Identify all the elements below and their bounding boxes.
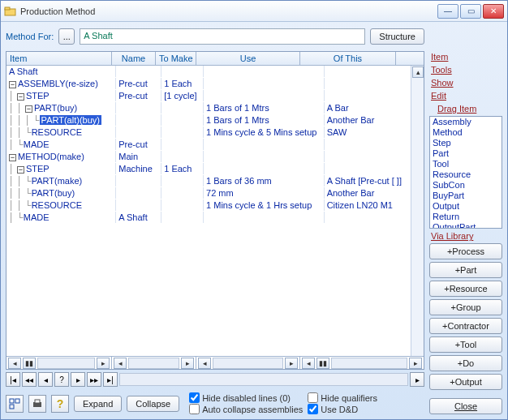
right-panel: Item Tools Show Edit Drag Item AssemblyM… bbox=[429, 51, 502, 414]
table-row[interactable]: │ └MADEPre-cut bbox=[6, 139, 424, 151]
method-for-label: Method For: bbox=[6, 32, 54, 41]
print-icon[interactable] bbox=[28, 395, 46, 413]
col-of-this[interactable]: Of This bbox=[300, 52, 396, 65]
table-row[interactable]: │ −STEPMachine1 Each bbox=[6, 163, 424, 175]
table-row[interactable]: │ │ │ └PART(alt)(buy)1 Bars of 1 MtrsAno… bbox=[6, 114, 424, 126]
auto-collapse-checkbox[interactable]: Auto collapse assemblies bbox=[189, 404, 303, 414]
nav-prev-page[interactable]: ◂◂ bbox=[22, 372, 37, 387]
link-show[interactable]: Show bbox=[429, 77, 502, 88]
expand-toggle-icon[interactable]: − bbox=[17, 166, 24, 174]
library-button[interactable]: +Output bbox=[429, 374, 502, 390]
minimize-button[interactable]: — bbox=[437, 4, 458, 19]
window-title: Production Method bbox=[20, 6, 437, 16]
col-name[interactable]: Name bbox=[112, 52, 156, 65]
library-button[interactable]: +Group bbox=[429, 299, 502, 315]
library-button[interactable]: +Do bbox=[429, 355, 502, 371]
horizontal-scrollbars: ◂▮▮▸ ◂▸ ◂▸ ◂▮▮▸ bbox=[6, 356, 424, 369]
window: Production Method — ▭ ✕ Method For: ... … bbox=[0, 0, 508, 420]
library-button[interactable]: +Tool bbox=[429, 336, 502, 353]
table-row[interactable]: │ │ −PART(buy)1 Bars of 1 MtrsA Bar bbox=[6, 102, 424, 114]
drag-item[interactable]: Part bbox=[430, 148, 502, 159]
drag-item[interactable]: SubCon bbox=[430, 180, 502, 191]
collapse-button[interactable]: Collapse bbox=[127, 396, 179, 412]
folder-icon bbox=[4, 6, 17, 17]
method-for-value[interactable]: A Shaft bbox=[80, 28, 365, 45]
close-window-button[interactable]: ✕ bbox=[483, 4, 504, 19]
link-tools[interactable]: Tools bbox=[429, 64, 502, 75]
library-button[interactable]: +Contractor bbox=[429, 318, 502, 334]
nav-first[interactable]: |◂ bbox=[6, 372, 20, 387]
expand-toggle-icon[interactable]: − bbox=[9, 81, 16, 88]
drag-item[interactable]: Resource bbox=[430, 169, 502, 180]
maximize-button[interactable]: ▭ bbox=[460, 4, 481, 19]
scroll-left-icon[interactable]: ◂ bbox=[8, 358, 21, 369]
table-row[interactable]: −METHOD(make)Main bbox=[6, 151, 424, 163]
use-dd-checkbox[interactable]: Use D&D bbox=[308, 404, 377, 414]
col-to-make[interactable]: To Make bbox=[156, 52, 196, 65]
nav-scrollbar[interactable] bbox=[119, 373, 408, 386]
table-row[interactable]: │ │ └RESOURCE1 Mins cycle & 5 Mins setup… bbox=[6, 126, 424, 139]
drag-item[interactable]: Return bbox=[430, 212, 502, 222]
expand-toggle-icon[interactable]: − bbox=[25, 105, 32, 113]
drag-item[interactable]: OutputPart bbox=[430, 222, 502, 229]
browse-button[interactable]: ... bbox=[58, 28, 75, 45]
table-row[interactable]: │ │ └PART(make)1 Bars of 36 mmA Shaft [P… bbox=[6, 175, 424, 187]
expand-toggle-icon[interactable]: − bbox=[9, 154, 16, 161]
structure-button[interactable]: Structure bbox=[370, 28, 424, 45]
nav-query[interactable]: ? bbox=[54, 372, 69, 387]
link-item[interactable]: Item bbox=[429, 51, 502, 62]
nav-last[interactable]: ▸| bbox=[103, 372, 118, 387]
table-row[interactable]: A Shaft bbox=[6, 66, 424, 78]
drag-item[interactable]: Tool bbox=[430, 159, 502, 169]
drag-item[interactable]: Method bbox=[430, 127, 502, 138]
nav-prev[interactable]: ◂ bbox=[38, 372, 53, 387]
drag-item[interactable]: BuyPart bbox=[430, 191, 502, 201]
via-library-header: Via Library bbox=[429, 230, 502, 242]
table-row[interactable]: │ └MADEA Shaft bbox=[6, 212, 424, 224]
hide-disabled-checkbox[interactable]: Hide disabled lines (0) bbox=[189, 392, 303, 403]
hide-qualifiers-checkbox[interactable]: Hide qualifiers bbox=[308, 392, 377, 403]
table-row[interactable]: │ −STEPPre-cut[1 cycle] bbox=[6, 90, 424, 102]
expand-toggle-icon[interactable]: − bbox=[17, 93, 24, 101]
bottom-toolbar: ? Expand Collapse Hide disabled lines (0… bbox=[6, 389, 424, 414]
grid-header: Item Name To Make Use Of This bbox=[6, 52, 424, 66]
drag-item[interactable]: Step bbox=[430, 138, 502, 148]
library-button[interactable]: +Process bbox=[429, 243, 502, 259]
table-row[interactable]: │ │ └RESOURCE1 Mins cycle & 1 Hrs setupC… bbox=[6, 199, 424, 212]
svg-rect-4 bbox=[10, 405, 14, 409]
drag-item[interactable]: Assembly bbox=[430, 117, 502, 127]
nav-next[interactable]: ▸ bbox=[71, 372, 85, 387]
nav-next-page[interactable]: ▸▸ bbox=[87, 372, 101, 387]
drag-item-list[interactable]: AssemblyMethodStepPartToolResourceSubCon… bbox=[429, 116, 502, 229]
grid: Item Name To Make Use Of This A Shaft−AS… bbox=[6, 51, 424, 370]
vertical-scrollbar[interactable]: ▴ bbox=[411, 66, 424, 356]
close-button[interactable]: Close bbox=[429, 398, 502, 414]
svg-rect-1 bbox=[5, 7, 10, 10]
library-buttons: +Process+Part+Resource+Group+Contractor+… bbox=[429, 243, 502, 390]
library-button[interactable]: +Part bbox=[429, 262, 502, 278]
grid-body[interactable]: A Shaft−ASSEMBLY(re-size)Pre-cut1 Each│ … bbox=[6, 66, 424, 356]
svg-rect-2 bbox=[10, 399, 14, 403]
titlebar: Production Method — ▭ ✕ bbox=[1, 1, 507, 22]
library-button[interactable]: +Resource bbox=[429, 281, 502, 297]
col-item[interactable]: Item bbox=[6, 52, 112, 65]
svg-rect-3 bbox=[15, 399, 19, 403]
help-icon[interactable]: ? bbox=[51, 395, 69, 413]
layout-icon[interactable] bbox=[6, 395, 24, 413]
link-edit[interactable]: Edit bbox=[429, 90, 502, 101]
table-row[interactable]: │ │ └PART(buy)72 mmAnother Bar bbox=[6, 187, 424, 199]
drag-item-header: Drag Item bbox=[436, 103, 502, 114]
table-row[interactable]: −ASSEMBLY(re-size)Pre-cut1 Each bbox=[6, 78, 424, 90]
record-navigator: |◂ ◂◂ ◂ ? ▸ ▸▸ ▸| ▸ bbox=[6, 370, 424, 389]
scroll-up-icon[interactable]: ▴ bbox=[412, 66, 424, 78]
svg-rect-6 bbox=[35, 400, 40, 403]
drag-item[interactable]: Output bbox=[430, 201, 502, 212]
col-use[interactable]: Use bbox=[196, 52, 300, 65]
expand-button[interactable]: Expand bbox=[74, 396, 122, 412]
